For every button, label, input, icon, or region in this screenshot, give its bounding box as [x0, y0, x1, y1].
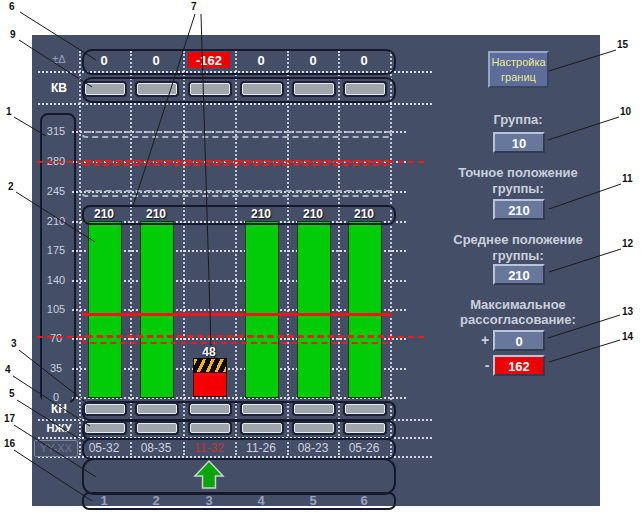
- boundary-settings-button-line1: Настройка: [491, 56, 545, 68]
- deviation-value: 0: [339, 53, 389, 68]
- callout-3: 3: [11, 338, 17, 349]
- kv-indicator: [190, 83, 230, 95]
- gridline-v: [235, 51, 237, 455]
- bar-value-1: 210: [84, 207, 124, 221]
- group-value-box: 10: [493, 132, 545, 153]
- axis-tick: 245: [42, 185, 70, 197]
- exact-position-label-line2: группы:: [438, 181, 598, 196]
- deviation-value: 0: [79, 53, 129, 68]
- kn-indicator: [294, 404, 334, 414]
- time-value: 05-26: [340, 441, 388, 455]
- exact-position-label-line1: Точное положение: [438, 165, 598, 180]
- movement-indicator-box: [82, 458, 396, 495]
- column-number: 4: [249, 493, 273, 508]
- kv-indicator: [242, 83, 282, 95]
- deviation-value: 0: [288, 53, 338, 68]
- group-label: Группа:: [438, 112, 598, 127]
- position-bar-3-hazard-cap: [193, 358, 227, 373]
- axis-tick: 315: [42, 125, 70, 137]
- bar-value-2: 210: [136, 207, 176, 221]
- kv-indicator: [137, 83, 177, 95]
- nzhu-indicator: [85, 423, 125, 433]
- nzhu-row-label: НЖУ: [40, 422, 78, 434]
- deviation-value: -162: [184, 53, 234, 68]
- gridline-v: [287, 51, 289, 455]
- boundary-capsule-gray-lower: [82, 190, 392, 197]
- kn-indicator: [242, 404, 282, 414]
- callout-1: 1: [6, 106, 12, 117]
- average-position-label-line1: Среднее положение: [438, 232, 598, 247]
- position-bar-4: [245, 221, 279, 398]
- max-mismatch-plus-box: 0: [493, 330, 545, 351]
- axis-tick: 210: [42, 215, 70, 227]
- time-value: 08-23: [289, 441, 337, 455]
- callout-6: 6: [9, 1, 15, 12]
- column-number: 2: [144, 493, 168, 508]
- bar-value-6: 210: [344, 207, 384, 221]
- group-position-panel: 315 280 245 210 175 140 105 70 35 0 ±Δ 0…: [32, 35, 600, 506]
- kn-indicator: [85, 404, 125, 414]
- callout-17: 17: [4, 413, 15, 424]
- boundary-capsule-gray-upper: [82, 131, 392, 138]
- column-number: 6: [352, 493, 376, 508]
- gridline-v: [338, 51, 340, 455]
- kv-indicator: [345, 83, 385, 95]
- axis-tick: 35: [42, 362, 70, 374]
- callout-7: 7: [191, 1, 197, 12]
- max-mismatch-label-line1: Максимальное: [438, 297, 598, 312]
- callout-13: 13: [622, 306, 633, 317]
- boundary-capsule-red-upper: [82, 160, 392, 166]
- exact-position-value-box: 210: [493, 199, 545, 220]
- position-bar-1: [88, 221, 122, 398]
- nzhu-indicator: [242, 423, 282, 433]
- plus-minus-delta-label: ±Δ: [44, 53, 74, 65]
- boundary-capsule-red-lower: [82, 335, 392, 344]
- gridline-v: [183, 51, 185, 455]
- time-value: 11-26: [237, 441, 285, 455]
- kv-row-label: КВ: [44, 81, 74, 95]
- time-format-label: YY-XX: [34, 440, 78, 457]
- deviation-value: 0: [131, 53, 181, 68]
- boundary-settings-button-line2: границ: [501, 71, 536, 83]
- kn-row-label: КН: [44, 402, 74, 416]
- callout-11: 11: [622, 173, 633, 184]
- gridline-v: [130, 51, 132, 455]
- position-bar-5: [297, 221, 331, 398]
- position-bar-3: [193, 372, 227, 397]
- callout-15: 15: [617, 39, 628, 50]
- axis-tick: 105: [42, 303, 70, 315]
- average-position-label-line2: группы:: [438, 248, 598, 263]
- gridline-v: [79, 51, 81, 455]
- max-mismatch-minus-box: 162: [493, 355, 545, 376]
- time-value: 05-32: [80, 441, 128, 455]
- max-mismatch-label-line2: рассогласование:: [438, 312, 598, 327]
- position-bar-2: [140, 221, 174, 398]
- callout-2: 2: [8, 181, 14, 192]
- nzhu-indicator: [294, 423, 334, 433]
- kv-indicator: [294, 83, 334, 95]
- column-number: 5: [301, 493, 325, 508]
- up-arrow-icon: [190, 459, 230, 491]
- boundary-settings-button[interactable]: Настройка границ: [488, 51, 549, 88]
- deviation-value: 0: [236, 53, 286, 68]
- nzhu-indicator: [190, 423, 230, 433]
- column-number: 1: [92, 493, 116, 508]
- kv-indicator: [85, 83, 125, 95]
- time-value: 08-35: [132, 441, 180, 455]
- plus-sign: +: [479, 332, 491, 348]
- callout-16: 16: [4, 438, 15, 449]
- axis-tick: 140: [42, 274, 70, 286]
- callout-12: 12: [622, 238, 633, 249]
- position-bar-6: [348, 221, 382, 398]
- nzhu-indicator: [345, 423, 385, 433]
- nzhu-indicator: [137, 423, 177, 433]
- callout-5: 5: [9, 388, 15, 399]
- axis-tick: 70: [42, 332, 70, 344]
- axis-tick: 175: [42, 244, 70, 256]
- time-value-alarm: 11-32: [185, 441, 233, 455]
- bar-value-3: 48: [189, 345, 229, 359]
- callout-9: 9: [10, 29, 16, 40]
- bar-value-4: 210: [241, 207, 281, 221]
- average-position-value-box: 210: [493, 264, 545, 285]
- gridline-v: [390, 51, 392, 455]
